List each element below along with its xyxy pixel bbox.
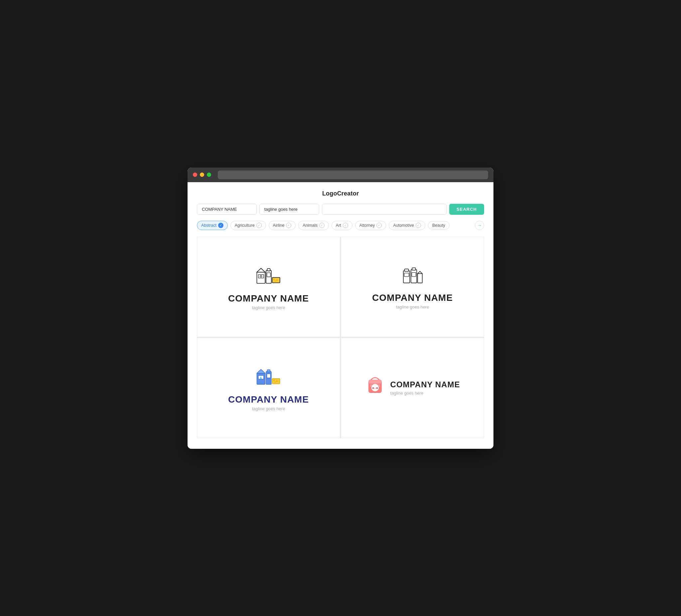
svg-text:💧: 💧 [259, 376, 262, 379]
filter-art[interactable]: Art [331, 221, 352, 230]
svg-point-9 [276, 279, 277, 281]
svg-point-35 [372, 388, 373, 389]
app-container: LogoCreator SEARCH Abstract Agriculture … [187, 182, 494, 449]
minimize-button[interactable] [200, 173, 204, 177]
filter-automotive[interactable]: Automotive [389, 221, 425, 230]
tagline-1: tagline goes here [252, 305, 285, 310]
svg-rect-11 [403, 271, 410, 283]
company-name-1: COMPANY NAME [228, 293, 309, 304]
logo-icon-3: 💧 [255, 364, 282, 389]
svg-point-8 [273, 279, 274, 280]
svg-marker-18 [417, 271, 422, 274]
filter-next-arrow[interactable]: → [475, 221, 484, 230]
company-name-4: COMPANY NAME [390, 380, 460, 389]
svg-rect-31 [369, 380, 382, 384]
logo-icon-1 [255, 263, 282, 288]
svg-marker-1 [257, 268, 265, 272]
svg-point-37 [370, 384, 372, 387]
filter-abstract[interactable]: Abstract [197, 221, 228, 230]
automotive-check-icon [415, 223, 421, 228]
svg-rect-5 [267, 268, 270, 271]
logo-icon-4 [365, 374, 385, 396]
filter-animals[interactable]: Animals [298, 221, 329, 230]
close-button[interactable] [193, 173, 197, 177]
tagline-3: tagline goes here [252, 406, 285, 411]
svg-point-28 [276, 380, 277, 382]
agriculture-check-icon [256, 223, 262, 228]
tagline-input[interactable] [259, 204, 319, 215]
abstract-check-icon [218, 223, 224, 228]
svg-point-29 [274, 381, 276, 383]
svg-point-27 [273, 380, 274, 381]
art-check-icon [343, 223, 348, 228]
tagline-2: tagline goes here [396, 305, 429, 309]
logo-card-4[interactable]: COMPANY NAME tagline goes here [341, 338, 484, 438]
svg-rect-12 [404, 269, 408, 271]
address-bar[interactable] [218, 171, 488, 179]
search-bar: SEARCH [197, 204, 484, 215]
svg-point-36 [376, 388, 377, 389]
svg-rect-26 [272, 379, 280, 384]
animals-check-icon [319, 223, 325, 228]
airline-check-icon [286, 223, 291, 228]
logo-card-3[interactable]: 💧 COMPANY NAME tagline goes here [197, 338, 340, 438]
svg-rect-13 [404, 273, 409, 277]
filter-agriculture-label: Agriculture [235, 223, 255, 228]
arrow-right-icon: → [477, 223, 482, 228]
filter-attorney[interactable]: Attorney [355, 221, 386, 230]
tagline-4: tagline goes here [390, 391, 460, 395]
browser-titlebar [187, 168, 494, 182]
logo-card-1[interactable]: COMPANY NAME tagline goes here [197, 237, 340, 337]
maximize-button[interactable] [207, 173, 211, 177]
attorney-check-icon [376, 223, 382, 228]
app-title: LogoCreator [197, 190, 484, 197]
filter-airline-label: Airline [273, 223, 285, 228]
text-group-4: COMPANY NAME tagline goes here [390, 380, 460, 395]
company-name-2: COMPANY NAME [372, 292, 453, 303]
company-name-3: COMPANY NAME [228, 394, 309, 405]
logo-grid: COMPANY NAME tagline goes here [197, 237, 484, 438]
svg-rect-16 [412, 272, 415, 276]
svg-rect-7 [272, 278, 280, 283]
svg-rect-25 [267, 374, 270, 378]
svg-rect-15 [412, 267, 415, 270]
company-name-input[interactable] [197, 204, 257, 215]
filter-row: Abstract Agriculture Airline Animals Art… [197, 221, 484, 230]
svg-marker-20 [257, 369, 265, 373]
svg-point-10 [274, 280, 276, 282]
filter-abstract-label: Abstract [201, 223, 217, 228]
filter-automotive-label: Automotive [393, 223, 414, 228]
search-button[interactable]: SEARCH [449, 204, 484, 215]
filter-art-label: Art [336, 223, 341, 228]
filter-beauty[interactable]: Beauty [428, 221, 450, 230]
filter-beauty-label: Beauty [432, 223, 445, 228]
filter-agriculture[interactable]: Agriculture [230, 221, 266, 230]
svg-rect-24 [267, 370, 270, 372]
svg-point-38 [378, 384, 380, 387]
filter-attorney-label: Attorney [359, 223, 375, 228]
logo-icon-2 [401, 264, 424, 287]
svg-rect-6 [267, 273, 270, 277]
logo-card-2[interactable]: COMPANY NAME tagline goes here [341, 237, 484, 337]
extra-input[interactable] [322, 204, 447, 215]
browser-window: LogoCreator SEARCH Abstract Agriculture … [187, 168, 494, 449]
svg-point-3 [260, 275, 262, 277]
filter-airline[interactable]: Airline [269, 221, 296, 230]
svg-rect-17 [417, 274, 422, 283]
filter-animals-label: Animals [303, 223, 317, 228]
